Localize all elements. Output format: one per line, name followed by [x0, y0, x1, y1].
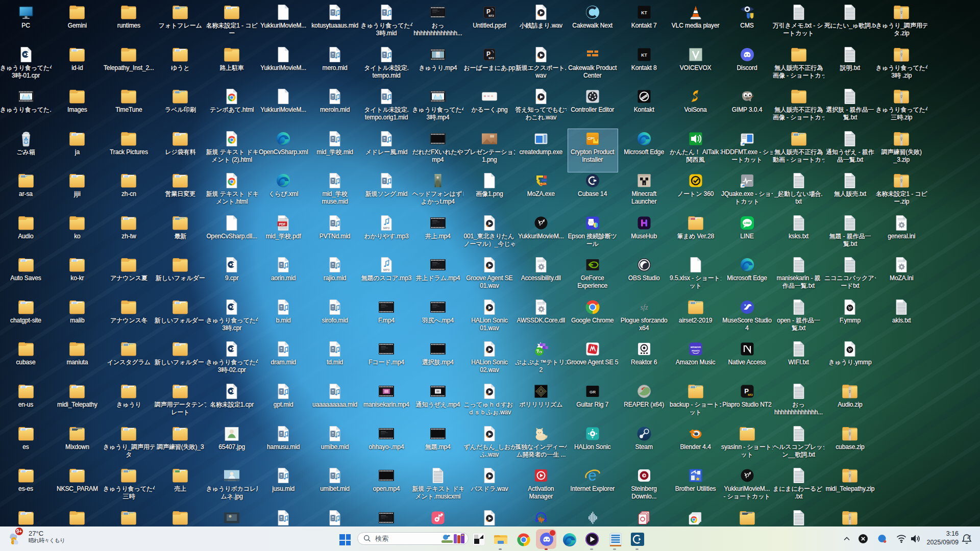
svg-text:KT: KT — [641, 10, 647, 15]
svg-text:GR: GR — [590, 389, 596, 394]
svg-text:music: music — [692, 349, 700, 352]
svg-text:MP3: MP3 — [383, 226, 390, 229]
svg-text:sfz: sfz — [640, 304, 648, 311]
svg-text:NT2: NT2 — [488, 14, 494, 17]
svg-text:PDF: PDF — [279, 222, 286, 226]
svg-text:KT: KT — [641, 52, 647, 57]
svg-text:NT2: NT2 — [488, 56, 494, 59]
svg-text:NT2: NT2 — [748, 393, 753, 396]
svg-text:MP3: MP3 — [383, 268, 390, 271]
svg-text:amazon: amazon — [690, 345, 701, 348]
svg-text:LINE: LINE — [744, 221, 751, 224]
svg-text:z: z — [969, 534, 971, 537]
svg-text:MoZA: MoZA — [541, 183, 547, 185]
